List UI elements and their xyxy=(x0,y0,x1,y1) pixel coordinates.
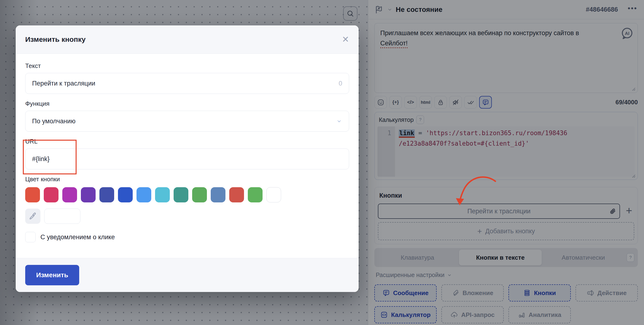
color-swatch[interactable] xyxy=(192,187,207,202)
function-select[interactable]: По умолчанию xyxy=(25,111,349,132)
app-root: Не состояние #48646686 ••• Приглашаем вс… xyxy=(0,0,644,325)
url-field-label: URL xyxy=(25,138,349,145)
color-field-label: Цвет кнопки xyxy=(25,176,349,183)
text-counter: 0 xyxy=(339,80,342,87)
submit-button[interactable]: Изменить xyxy=(25,265,79,285)
notify-checkbox-row: С уведомлением о клике xyxy=(25,232,349,242)
modal-header: Изменить кнопку ✕ xyxy=(16,25,358,54)
color-swatch[interactable] xyxy=(211,187,226,202)
chevron-down-icon xyxy=(336,118,342,124)
button-text-value: Перейти к трасляции xyxy=(32,80,95,87)
function-field-label: Функция xyxy=(25,100,349,107)
eyedropper-button[interactable] xyxy=(25,209,40,224)
color-swatch[interactable] xyxy=(229,187,244,202)
url-value: #{link} xyxy=(32,155,50,163)
edit-button-modal: Изменить кнопку ✕ Текст Перейти к трасля… xyxy=(16,25,358,292)
color-swatch[interactable] xyxy=(100,187,114,202)
color-swatch[interactable] xyxy=(248,187,262,202)
color-swatch[interactable] xyxy=(44,187,58,202)
notify-label: С уведомлением о клике xyxy=(40,234,115,241)
close-icon[interactable]: ✕ xyxy=(342,35,349,44)
color-swatch[interactable] xyxy=(136,187,151,202)
color-swatch[interactable] xyxy=(25,187,40,202)
custom-color-row xyxy=(25,209,349,224)
color-swatches xyxy=(25,187,349,202)
modal-title: Изменить кнопку xyxy=(25,35,86,43)
notify-checkbox[interactable] xyxy=(25,232,36,242)
modal-footer: Изменить xyxy=(16,258,358,292)
url-input[interactable]: #{link} xyxy=(25,148,349,169)
color-swatch[interactable] xyxy=(174,187,188,202)
color-swatch[interactable] xyxy=(155,187,170,202)
color-swatch[interactable] xyxy=(118,187,133,202)
button-text-input[interactable]: Перейти к трасляции 0 xyxy=(25,73,349,94)
modal-body: Текст Перейти к трасляции 0 Функция По у… xyxy=(16,54,358,258)
eyedropper-icon xyxy=(29,212,37,220)
color-swatch[interactable] xyxy=(62,187,77,202)
function-value: По умолчанию xyxy=(32,118,76,125)
custom-color-input[interactable] xyxy=(44,209,80,224)
text-field-label: Текст xyxy=(25,62,349,70)
color-swatch-white[interactable] xyxy=(266,187,281,202)
color-swatch[interactable] xyxy=(81,187,96,202)
